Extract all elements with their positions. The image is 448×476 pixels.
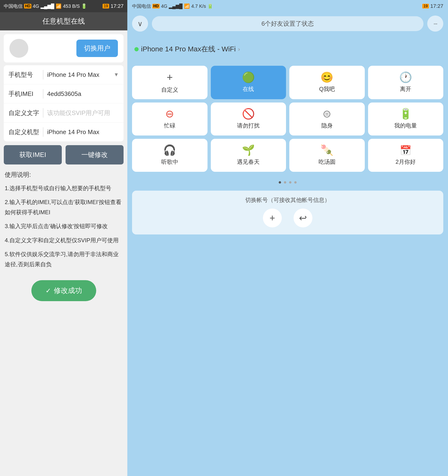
collapse-button[interactable]: ∨	[132, 16, 148, 32]
success-label: 修改成功	[54, 286, 82, 295]
status-item-spring[interactable]: 🌱 遇见春天	[211, 139, 286, 172]
status-item-away[interactable]: 🕐 离开	[368, 66, 443, 99]
one-click-button[interactable]: 一键修改	[66, 145, 124, 164]
page-dot-2	[284, 181, 286, 184]
left-time: 17:27	[111, 3, 124, 9]
custom-plus-icon: +	[167, 71, 173, 83]
left-status-bar: 中国电信 HD 4G ▂▄▆█ 📶 453 B/S 🔋 19 17:27	[0, 0, 127, 12]
left-battery-icon: 🔋	[81, 3, 87, 9]
status-item-custom[interactable]: + 自定义	[132, 66, 207, 99]
phone-model-value: iPhone 14 Pro Max	[47, 71, 112, 79]
left-title: 任意机型在线	[42, 17, 85, 25]
right-panel: 中国电信 HD 4G ▂▄▆█ 📶 4.7 K/s 🔋 19 17:27 ∨ 6…	[127, 0, 448, 476]
phone-model-label: 手机型号	[8, 71, 39, 79]
right-status-bar: 中国电信 HD 4G ▂▄▆█ 📶 4.7 K/s 🔋 19 17:27	[127, 0, 448, 12]
form-divider-3	[43, 108, 43, 118]
more-button[interactable]: ···	[427, 16, 443, 32]
custom-model-value[interactable]: iPhone 14 Pro Max	[47, 128, 119, 136]
left-signal-bars: ▂▄▆█	[40, 3, 54, 9]
dnd-icon: 🚫	[242, 109, 255, 119]
form-divider-4	[43, 127, 43, 137]
right-wifi-icon: 📶	[184, 3, 190, 9]
imei-row: 手机IMEI 4edd53605a	[4, 84, 124, 103]
check-icon: ✓	[46, 287, 51, 295]
status-item-tangyuan[interactable]: 🍡 吃汤圆	[289, 139, 365, 172]
status-label-custom: 自定义	[161, 86, 178, 94]
right-network-badge: HD	[152, 4, 160, 8]
feb-icon: 📅	[400, 145, 411, 155]
left-battery-num: 19	[103, 4, 109, 8]
qme-icon: 😊	[321, 72, 333, 82]
add-account-button[interactable]: +	[263, 209, 282, 227]
left-speed: 453 B/S	[63, 4, 80, 9]
left-time-info: 19 17:27	[103, 3, 124, 9]
tangyuan-icon: 🍡	[321, 145, 333, 155]
custom-text-row: 自定义文字 该功能仅SVIP用户可用	[4, 103, 124, 123]
instruction-step1: 1.选择手机型号或自行输入想要的手机型号	[4, 183, 124, 193]
left-title-bar: 任意机型在线	[0, 12, 127, 30]
status-label-busy: 忙碌	[164, 122, 175, 129]
status-label-online: 在线	[243, 85, 254, 93]
status-label-listening: 听歌中	[161, 158, 178, 166]
get-imei-button[interactable]: 获取IMEI	[4, 145, 62, 164]
switch-account-button[interactable]: ↩	[293, 209, 312, 227]
status-item-invisible[interactable]: ⊜ 隐身	[289, 102, 365, 136]
switch-account-buttons: + ↩	[139, 209, 436, 227]
form-section: 手机型号 iPhone 14 Pro Max ▼ 手机IMEI 4edd5360…	[4, 65, 124, 141]
page-dot-3	[289, 181, 291, 184]
imei-label: 手机IMEI	[8, 90, 39, 98]
status-label-battery: 我的电量	[394, 122, 417, 129]
left-carrier: 中国电信	[4, 3, 23, 9]
status-item-battery[interactable]: 🔋 我的电量	[368, 102, 443, 136]
right-time-info: 19 17:27	[422, 3, 443, 9]
instructions: 使用说明: 1.选择手机型号或自行输入想要的手机型号 2.输入手机的IMEI,可…	[4, 169, 124, 273]
phone-model-dropdown-icon[interactable]: ▼	[114, 72, 119, 78]
imei-value[interactable]: 4edd53605a	[47, 90, 119, 97]
left-carrier-info: 中国电信 HD 4G ▂▄▆█ 📶 453 B/S 🔋	[4, 3, 87, 9]
left-wifi-icon: 📶	[56, 3, 62, 9]
page-dot-1	[279, 181, 281, 184]
switch-account-icon: ↩	[299, 213, 307, 223]
listening-icon: 🎧	[163, 145, 176, 155]
instruction-step5: 5.软件仅供娱乐交流学习,请勿用于非法和商业途径,否则后果自负	[4, 249, 124, 269]
page-dots	[127, 179, 448, 186]
user-section: 切换用户	[4, 34, 124, 62]
phone-model-row: 手机型号 iPhone 14 Pro Max ▼	[4, 65, 124, 84]
busy-icon: ⊖	[165, 109, 174, 119]
right-speed: 4.7 K/s	[191, 4, 206, 9]
status-item-listening[interactable]: 🎧 听歌中	[132, 139, 207, 172]
status-item-online[interactable]: 🟢 在线	[211, 66, 286, 99]
right-4g: 4G	[161, 4, 167, 9]
right-signal-bars: ▂▄▆█	[169, 3, 183, 9]
instruction-step3: 3.输入完毕后点击'确认修改'按钮即可修改	[4, 221, 124, 231]
success-button[interactable]: ✓ 修改成功	[31, 280, 96, 301]
custom-model-row: 自定义机型 iPhone 14 Pro Max	[4, 123, 124, 141]
status-item-feb[interactable]: 📅 2月你好	[368, 139, 443, 172]
switch-account-section: 切换帐号（可接收其他帐号信息） + ↩	[132, 191, 443, 234]
status-label-feb: 2月你好	[396, 158, 416, 166]
custom-model-label: 自定义机型	[8, 128, 39, 136]
chevron-right-icon: ›	[238, 46, 240, 52]
more-icon: ···	[433, 20, 437, 27]
spring-icon: 🌱	[242, 145, 255, 155]
right-time: 17:27	[430, 3, 443, 9]
away-icon: 🕐	[399, 72, 412, 82]
invisible-icon: ⊜	[322, 109, 331, 119]
form-divider-2	[43, 89, 43, 98]
action-buttons: 获取IMEI 一键修改	[4, 145, 124, 164]
right-carrier-info: 中国电信 HD 4G ▂▄▆█ 📶 4.7 K/s 🔋	[132, 3, 213, 9]
instruction-step4: 4.自定义文字和自定义机型仅SVIP用户可使用	[4, 235, 124, 245]
online-dot	[134, 47, 139, 51]
status-label-away: 离开	[400, 85, 411, 93]
switch-user-button[interactable]: 切换用户	[76, 40, 118, 57]
status-item-busy[interactable]: ⊖ 忙碌	[132, 102, 207, 136]
status-label-invisible: 隐身	[321, 122, 333, 129]
status-item-dnd[interactable]: 🚫 请勿打扰	[211, 102, 286, 136]
right-battery-icon: 🔋	[207, 3, 213, 9]
online-status-bar[interactable]: iPhone 14 Pro Max在线 - WiFi ›	[127, 35, 448, 59]
friends-status-button[interactable]: 6个好友设置了状态	[152, 16, 424, 31]
status-grid: + 自定义 🟢 在线 😊 Q我吧 🕐 离开 ⊖ 忙碌 🚫 请勿打扰	[127, 61, 448, 176]
avatar	[9, 39, 28, 58]
custom-text-placeholder[interactable]: 该功能仅SVIP用户可用	[47, 109, 119, 117]
status-item-qme[interactable]: 😊 Q我吧	[289, 66, 365, 99]
